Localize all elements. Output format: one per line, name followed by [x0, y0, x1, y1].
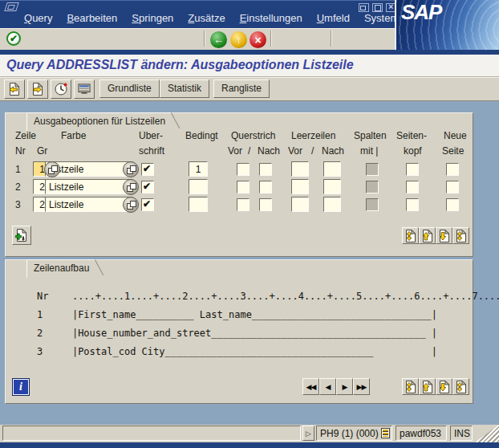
first-icon: ◀◀	[306, 382, 316, 391]
separator	[331, 31, 331, 47]
neue-seite-checkbox[interactable]	[446, 198, 459, 211]
seitenkopf-checkbox[interactable]	[406, 181, 419, 193]
next-screen-button[interactable]	[27, 79, 48, 99]
page-up-down-icon	[404, 229, 418, 243]
clock-icon	[54, 82, 68, 96]
insert-line-button[interactable]	[12, 226, 31, 245]
scroll-first-button[interactable]	[402, 227, 419, 244]
nav-next-button[interactable]: ▶	[336, 378, 353, 395]
col-header-gr: Gr	[37, 145, 47, 157]
rangliste-button[interactable]: Rangliste	[213, 79, 270, 98]
farbe-field[interactable]: Listzeile	[45, 179, 133, 194]
menu-einstellungen[interactable]: Einstellungen	[233, 11, 310, 25]
col-header-bedingt: Bedingt	[185, 130, 218, 141]
querstrich-vor-checkbox[interactable]	[237, 181, 250, 193]
resize-grip[interactable]	[475, 425, 499, 442]
seitenkopf-checkbox[interactable]	[406, 198, 419, 211]
querstrich-nach-checkbox[interactable]	[259, 198, 272, 211]
scroll-last-button[interactable]	[452, 378, 469, 395]
row-nr: 3	[15, 199, 21, 210]
session-icon[interactable]	[4, 2, 19, 11]
line-text: |Postal_cod City________________________…	[72, 346, 437, 357]
page-down-icon	[437, 229, 452, 243]
value-help-icon[interactable]	[44, 161, 60, 177]
leerzeilen-vor-field[interactable]	[291, 179, 309, 194]
ueberschrift-checkbox[interactable]	[141, 198, 154, 211]
nav-first-button[interactable]: ◀◀	[302, 378, 319, 395]
querstrich-vor-checkbox[interactable]	[237, 163, 250, 176]
separator	[204, 31, 205, 47]
menu-zusaetze[interactable]: Zusätze	[181, 11, 232, 25]
sap-logo-panel: SAP	[395, 0, 499, 55]
farbe-field[interactable]: Listzeile	[45, 197, 133, 212]
nav-last-button[interactable]: ▶▶	[353, 378, 370, 395]
value-help-icon[interactable]	[123, 179, 139, 195]
back-icon[interactable]: ←	[210, 31, 227, 48]
value-help-icon[interactable]	[123, 197, 139, 213]
next-icon: ▶	[343, 382, 347, 391]
leerzeilen-vor-field[interactable]	[291, 197, 309, 212]
status-expand-button[interactable]: ▷	[302, 426, 314, 441]
leerzeilen-nach-field[interactable]	[323, 161, 341, 177]
test-button[interactable]	[51, 79, 71, 99]
col-header-querstrich: Querstrich	[231, 130, 275, 141]
restore-icon[interactable]	[372, 3, 383, 12]
last-icon: ▶▶	[357, 382, 367, 391]
page-up-icon	[420, 229, 435, 243]
neue-seite-checkbox[interactable]	[446, 163, 459, 176]
seitenkopf-checkbox[interactable]	[406, 163, 419, 176]
bedingt-field[interactable]	[189, 179, 208, 194]
menu-springen[interactable]: Springen	[124, 11, 181, 25]
status-system-field[interactable]: PH9 (1) (000)	[316, 426, 392, 441]
scroll-up-button[interactable]	[419, 378, 436, 395]
querstrich-nach-checkbox[interactable]	[259, 163, 272, 176]
querstrich-vor-checkbox[interactable]	[237, 198, 250, 211]
scroll-down-button[interactable]	[436, 227, 452, 244]
screen-layout-button[interactable]	[74, 79, 95, 99]
grundliste-button[interactable]: Grundliste	[99, 79, 160, 98]
row-nr: 2	[15, 181, 21, 193]
previous-screen-button[interactable]	[4, 79, 25, 99]
bedingt-field[interactable]	[189, 197, 208, 212]
window-bottom-edge	[0, 442, 499, 448]
leerzeilen-vor-field[interactable]	[291, 161, 309, 177]
enter-icon[interactable]: ✔	[6, 31, 21, 46]
statistik-button[interactable]: Statistik	[160, 79, 209, 98]
col-header-mit: mit |	[360, 145, 378, 157]
leerzeilen-nach-field[interactable]	[323, 179, 341, 194]
standard-toolbar: ✔ ◁ ← ↑ ×	[0, 28, 395, 50]
menu-umfeld[interactable]: Umfeld	[310, 11, 357, 25]
neue-seite-checkbox[interactable]	[446, 181, 459, 193]
scroll-last-button[interactable]	[452, 227, 469, 244]
scroll-down-button[interactable]	[436, 378, 452, 395]
scroll-up-button[interactable]	[419, 227, 436, 244]
ueberschrift-checkbox[interactable]	[141, 181, 154, 193]
info-button[interactable]: i	[12, 378, 30, 396]
menu-bearbeiten[interactable]: Bearbeiten	[59, 11, 124, 25]
menu-query[interactable]: Query	[17, 11, 59, 25]
col-header-farbe: Farbe	[61, 130, 86, 141]
ueberschrift-checkbox[interactable]	[141, 163, 154, 176]
server-list-icon[interactable]	[381, 428, 390, 438]
page-down-icon	[437, 380, 452, 394]
bedingt-field[interactable]: 1	[189, 161, 208, 177]
status-insert-mode: INS	[450, 426, 473, 441]
querstrich-nach-checkbox[interactable]	[259, 181, 272, 193]
spalten-mit-checkbox	[366, 198, 379, 211]
nav-prev-button[interactable]: ◀	[319, 378, 336, 395]
col-header-spalten: Spalten	[354, 130, 387, 141]
page-up-icon	[420, 380, 435, 394]
menu-items: Query Bearbeiten Springen Zusätze Einste…	[17, 11, 406, 25]
spalten-mit-checkbox	[366, 163, 379, 176]
page-title: Query ADDRESSLIST ändern: Ausgabeoptione…	[6, 58, 354, 72]
col-header-q-nach: Nach	[258, 145, 280, 157]
col-header-ueberschrift-2: schrift	[139, 145, 164, 157]
cancel-icon[interactable]: ×	[250, 31, 266, 48]
value-help-icon[interactable]	[123, 161, 139, 177]
leerzeilen-nach-field[interactable]	[323, 197, 341, 212]
col-header-ueberschrift-1: Über-	[139, 130, 163, 141]
exit-icon[interactable]: ↑	[230, 31, 247, 48]
scroll-first-button[interactable]	[402, 378, 419, 395]
layout-line: 3|Postal_cod City_______________________…	[14, 335, 437, 369]
minimize-icon[interactable]	[359, 3, 369, 12]
